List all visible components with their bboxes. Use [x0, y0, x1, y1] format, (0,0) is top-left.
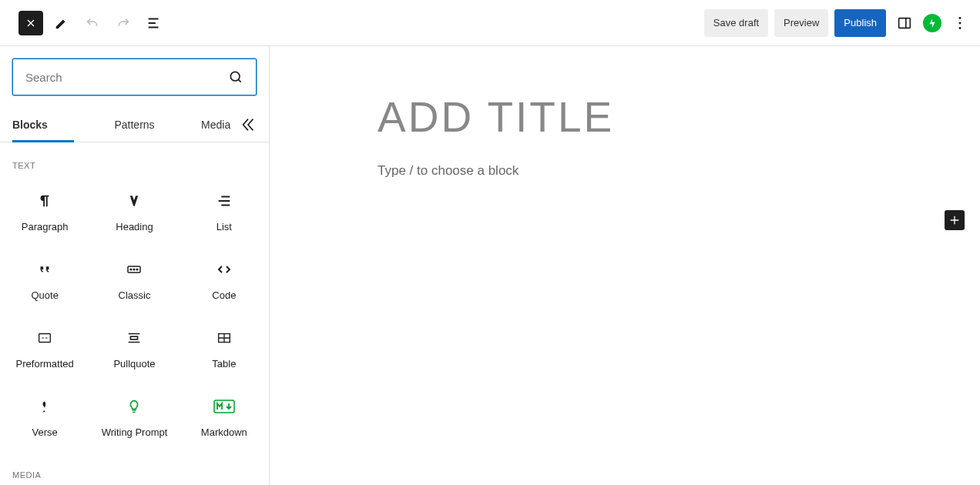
classic-icon	[125, 260, 143, 279]
svg-point-8	[137, 269, 139, 270]
block-quote[interactable]: Quote	[0, 246, 89, 315]
block-label: Classic	[119, 289, 151, 301]
list-view-icon	[146, 15, 163, 32]
svg-point-3	[959, 26, 962, 28]
section-media-title: MEDIA	[0, 452, 269, 485]
publish-button[interactable]: Publish	[834, 9, 886, 37]
chevron-double-icon	[240, 116, 257, 133]
undo-icon	[84, 15, 101, 32]
block-table[interactable]: Table	[180, 315, 269, 383]
svg-rect-10	[131, 336, 138, 340]
block-pullquote[interactable]: Pullquote	[89, 315, 179, 383]
block-label: Writing Prompt	[102, 426, 168, 438]
dots-vertical-icon	[951, 15, 968, 32]
options-button[interactable]	[948, 11, 972, 35]
edit-tools-button[interactable]	[49, 11, 74, 35]
editor-body: Blocks Patterns Media TEXT Paragraph Hea…	[0, 46, 980, 485]
redo-button[interactable]	[111, 11, 136, 35]
close-inserter-button[interactable]	[18, 11, 43, 35]
svg-point-7	[134, 269, 136, 270]
verse-icon	[37, 399, 52, 414]
search-input[interactable]	[25, 71, 228, 84]
collapse-tabs-button[interactable]	[240, 116, 257, 133]
redo-icon	[115, 15, 132, 32]
pullquote-icon	[126, 329, 143, 346]
preview-button[interactable]: Preview	[774, 9, 828, 37]
block-code[interactable]: Code	[180, 246, 269, 315]
save-draft-button[interactable]: Save draft	[704, 9, 768, 37]
top-toolbar: Save draft Preview Publish	[0, 0, 980, 46]
block-writing-prompt[interactable]: Writing Prompt	[89, 383, 179, 452]
add-block-button[interactable]	[945, 210, 965, 230]
list-icon	[216, 192, 233, 209]
block-label: Code	[212, 289, 236, 301]
code-icon	[215, 260, 233, 279]
block-list[interactable]: List	[180, 178, 269, 246]
plus-icon	[948, 214, 961, 226]
svg-point-4	[230, 72, 240, 81]
jetpack-button[interactable]	[923, 14, 941, 32]
block-label: Quote	[31, 289, 58, 301]
preformatted-icon	[36, 329, 53, 346]
block-label: Verse	[32, 426, 58, 438]
text-block-grid: Paragraph Heading List Quote Classic Cod…	[0, 178, 269, 452]
block-classic[interactable]: Classic	[89, 246, 179, 315]
settings-sidebar-button[interactable]	[892, 11, 917, 35]
sidebar-icon	[896, 15, 913, 32]
block-preformatted[interactable]: Preformatted	[0, 315, 89, 383]
svg-point-1	[959, 17, 962, 19]
toolbar-right: Save draft Preview Publish	[704, 9, 972, 37]
quote-icon	[36, 261, 53, 278]
lightbulb-icon	[126, 399, 142, 414]
heading-icon	[127, 194, 141, 208]
block-label: Pullquote	[113, 358, 155, 370]
svg-point-6	[131, 269, 133, 270]
block-label: Heading	[116, 221, 153, 232]
svg-point-2	[959, 22, 962, 24]
post-title-input[interactable]: Add title	[378, 92, 980, 142]
undo-button[interactable]	[80, 11, 105, 35]
search-box[interactable]	[12, 59, 257, 95]
block-label: Table	[212, 358, 236, 370]
markdown-icon	[213, 400, 235, 413]
search-icon	[228, 69, 243, 85]
block-label: List	[216, 221, 232, 232]
block-inserter-panel: Blocks Patterns Media TEXT Paragraph Hea…	[0, 46, 270, 485]
search-wrap	[0, 46, 269, 108]
table-icon	[216, 329, 233, 346]
tab-patterns[interactable]: Patterns	[94, 108, 176, 142]
close-icon	[25, 17, 37, 29]
post-editor-canvas[interactable]: Add title Type / to choose a block	[270, 46, 980, 485]
block-markdown[interactable]: Markdown	[180, 383, 269, 452]
inserter-tabs: Blocks Patterns Media	[0, 108, 269, 142]
block-heading[interactable]: Heading	[89, 178, 179, 246]
block-verse[interactable]: Verse	[0, 383, 89, 452]
section-text-title: TEXT	[0, 142, 269, 178]
block-label: Markdown	[201, 426, 247, 438]
tab-blocks[interactable]: Blocks	[12, 108, 94, 142]
toolbar-left	[18, 11, 166, 35]
paragraph-icon	[36, 192, 53, 209]
jetpack-icon	[927, 18, 938, 28]
document-overview-button[interactable]	[142, 11, 166, 35]
block-paragraph[interactable]: Paragraph	[0, 178, 89, 246]
post-content-input[interactable]: Type / to choose a block	[378, 163, 980, 179]
block-label: Preformatted	[16, 358, 74, 370]
block-label: Paragraph	[22, 221, 69, 232]
svg-rect-9	[39, 334, 51, 343]
svg-rect-0	[899, 18, 911, 28]
pencil-icon	[53, 15, 70, 32]
